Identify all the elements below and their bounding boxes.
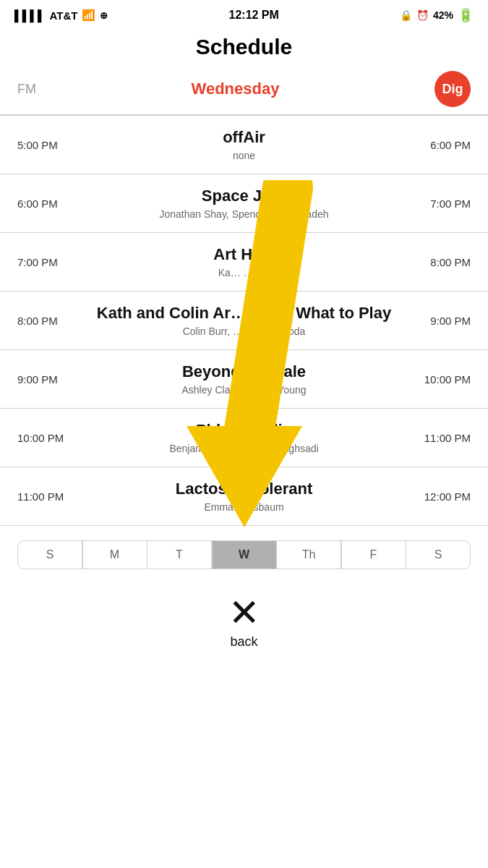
schedule-list: 5:00 PM offAir none 6:00 PM 6:00 PM Spac… xyxy=(0,115,488,526)
battery-percent: 42% xyxy=(433,9,453,21)
page-title: Schedule xyxy=(0,27,488,71)
time-end: 9:00 PM xyxy=(406,315,471,327)
show-title: Lactose Intolerant xyxy=(88,480,400,498)
show-hosts: Ka… …aux xyxy=(88,267,400,278)
status-time: 12:12 PM xyxy=(229,9,279,22)
time-start: 5:00 PM xyxy=(17,139,82,151)
wifi-icon: 📶 xyxy=(82,9,95,22)
back-section[interactable]: ✕ back xyxy=(0,576,488,671)
activity-icon: ⊕ xyxy=(100,10,108,21)
battery-icon: 🔋 xyxy=(458,7,474,23)
time-end: 10:00 PM xyxy=(406,373,471,386)
show-info: Beyond the Pale Ashley Clarke, Kayla You… xyxy=(82,362,406,396)
day-pill-th[interactable]: Th xyxy=(277,541,341,569)
close-icon[interactable]: ✕ xyxy=(228,594,260,631)
time-end: 11:00 PM xyxy=(406,432,471,444)
time-start: 10:00 PM xyxy=(17,432,82,444)
show-info: Kath and Colin Ar… …out What to Play Col… xyxy=(82,304,406,337)
time-end: 6:00 PM xyxy=(406,139,471,151)
header-day: Wednesday xyxy=(192,80,280,98)
show-info: Lactose Intolerant Emma Weisbaum xyxy=(82,480,406,513)
header-dig-button[interactable]: Dig xyxy=(435,71,471,107)
table-row[interactable]: 7:00 PM Art H…r Ka… …aux 8:00 PM xyxy=(0,233,488,291)
header-fm: FM xyxy=(17,82,36,97)
table-row[interactable]: 11:00 PM Lactose Intolerant Emma Weisbau… xyxy=(0,467,488,525)
show-hosts: Benjamin Crane, Noah Maghsadi xyxy=(88,443,400,454)
show-info: Art H…r Ka… …aux xyxy=(82,245,406,278)
status-bar: ▌▌▌▌ AT&T 📶 ⊕ 12:12 PM 🔒 ⏰ 42% 🔋 xyxy=(0,0,488,27)
show-hosts: Colin Burr, …herine Zmoda xyxy=(88,326,400,337)
alarm-icon: ⏰ xyxy=(416,9,429,21)
day-pill-f[interactable]: F xyxy=(342,541,406,569)
show-hosts: none xyxy=(88,150,400,161)
table-row[interactable]: 9:00 PM Beyond the Pale Ashley Clarke, K… xyxy=(0,350,488,408)
show-title: Art H…r xyxy=(88,245,400,264)
day-pill-w[interactable]: W xyxy=(213,541,276,569)
lock-icon: 🔒 xyxy=(400,9,412,21)
day-pill-t[interactable]: T xyxy=(147,541,211,569)
show-hosts: Emma Weisbaum xyxy=(88,501,400,513)
table-row[interactable]: 5:00 PM offAir none 6:00 PM xyxy=(0,116,488,174)
bottom-divider xyxy=(0,525,488,526)
show-info: Space Ja… Jonathan Shay, Spenc… Mehdizad… xyxy=(82,187,406,220)
show-title: offAir xyxy=(88,128,400,147)
time-start: 6:00 PM xyxy=(17,197,82,210)
show-hosts: Ashley Clarke, Kayla Young xyxy=(88,384,400,396)
status-left: ▌▌▌▌ AT&T 📶 ⊕ xyxy=(14,9,108,22)
day-pill-s[interactable]: S xyxy=(406,541,470,569)
time-end: 12:00 PM xyxy=(406,490,471,503)
time-end: 8:00 PM xyxy=(406,256,471,268)
show-info: Phlyte Radio Benjamin Crane, Noah Maghsa… xyxy=(82,421,406,454)
time-start: 8:00 PM xyxy=(17,315,82,327)
day-pills[interactable]: SMTWThFS xyxy=(17,540,471,569)
status-right: 🔒 ⏰ 42% 🔋 xyxy=(400,7,474,23)
schedule-container: 5:00 PM offAir none 6:00 PM 6:00 PM Spac… xyxy=(0,115,488,526)
show-title: Space Ja… xyxy=(88,187,400,205)
show-info: offAir none xyxy=(82,128,406,161)
signal-icon: ▌▌▌▌ xyxy=(14,9,46,22)
table-row[interactable]: 8:00 PM Kath and Colin Ar… …out What to … xyxy=(0,292,488,349)
day-pill-m[interactable]: M xyxy=(83,541,147,569)
time-start: 7:00 PM xyxy=(17,256,82,268)
time-start: 9:00 PM xyxy=(17,373,82,386)
day-pill-s[interactable]: S xyxy=(18,541,82,569)
show-title: Kath and Colin Ar… …out What to Play xyxy=(88,304,400,323)
day-selector: SMTWThFS xyxy=(17,540,471,569)
time-start: 11:00 PM xyxy=(17,490,82,503)
show-hosts: Jonathan Shay, Spenc… Mehdizadeh xyxy=(88,208,400,220)
table-row[interactable]: 10:00 PM Phlyte Radio Benjamin Crane, No… xyxy=(0,409,488,467)
show-title: Phlyte Radio xyxy=(88,421,400,440)
carrier-label: AT&T xyxy=(50,9,78,22)
time-end: 7:00 PM xyxy=(406,197,471,210)
show-title: Beyond the Pale xyxy=(88,362,400,381)
header-row: FM Wednesday Dig xyxy=(0,71,488,114)
table-row[interactable]: 6:00 PM Space Ja… Jonathan Shay, Spenc… … xyxy=(0,174,488,232)
back-label: back xyxy=(230,634,257,650)
